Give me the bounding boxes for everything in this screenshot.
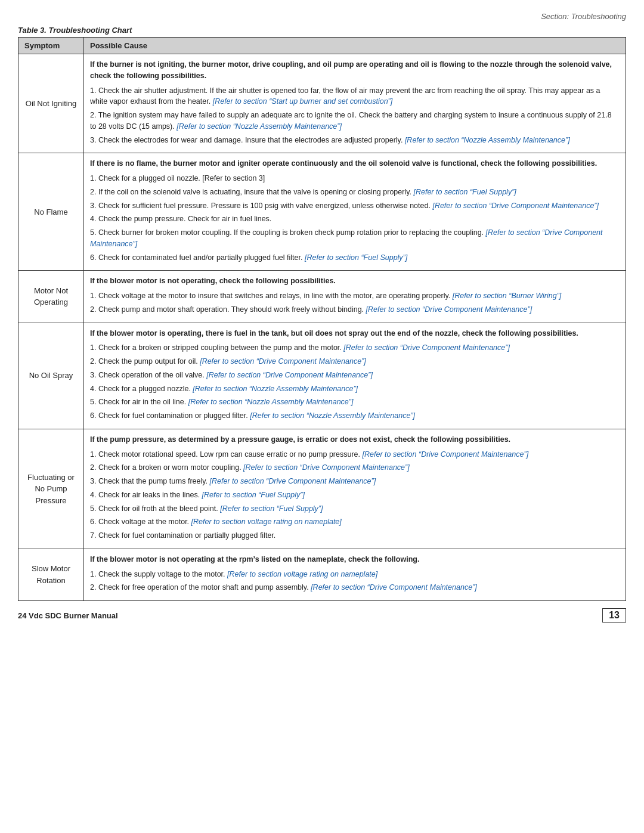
cause-item-0-0: 1. Check the air shutter adjustment. If … [90,85,620,108]
cause-item-4-6: 7. Check for fuel contamination or parti… [90,530,620,541]
ref-link-0-0: [Refer to section “Start up burner and s… [213,97,393,106]
ref-link-3-3: [Refer to section “Nozzle Assembly Maint… [193,385,358,393]
cause-item-0-2: 3. Check the electrodes for wear and dam… [90,135,620,146]
cause-item-3-3: 4. Check for a plugged nozzle. [Refer to… [90,383,620,395]
cause-item-5-0: 1. Check the supply voltage to the motor… [90,569,620,580]
ref-link-4-5: [Refer to section voltage rating on name… [191,518,342,526]
section-header: Section: Troubleshooting [18,12,626,21]
cause-cell-4: If the pump pressure, as determined by a… [84,429,626,549]
cause-item-4-3: 4. Check for air leaks in the lines. [Re… [90,490,620,501]
cause-item-0-1: 2. The ignition system may have failed t… [90,110,620,132]
footer: 24 Vdc SDC Burner Manual 13 [18,608,626,623]
ref-link-3-4: [Refer to section “Nozzle Assembly Maint… [188,398,354,406]
ref-link-0-2: [Refer to section “Nozzle Assembly Maint… [405,136,570,144]
ref-link-4-4: [Refer to section “Fuel Supply”] [220,504,323,513]
intro-1: If there is no flame, the burner motor a… [90,158,620,169]
cause-item-2-1: 2. Check pump and motor shaft operation.… [90,304,620,315]
cause-item-4-5: 6. Check voltage at the motor. [Refer to… [90,516,620,528]
table-title: Table 3. Troubleshooting Chart [18,26,626,35]
ref-link-1-4: [Refer to section “Drive Component Maint… [90,228,603,248]
cause-item-1-3: 4. Check the pump pressure. Check for ai… [90,213,620,225]
cause-item-4-4: 5. Check for oil froth at the bleed poin… [90,503,620,515]
manual-title-suffix: Burner Manual [61,611,118,620]
intro-3: If the blower motor is operating, there … [90,328,620,339]
ref-link-5-0: [Refer to section voltage rating on name… [227,570,377,578]
cause-item-3-0: 1. Check for a broken or stripped coupli… [90,342,620,354]
symptom-cell-4: Fluctuating or No Pump Pressure [18,429,84,549]
cause-item-1-0: 1. Check for a plugged oil nozzle. [Refe… [90,173,620,184]
cause-item-5-1: 2. Check for free operation of the motor… [90,582,620,593]
manual-title-bold: 24 Vdc SDC [18,611,61,620]
cause-item-4-0: 1. Check motor rotational speed. Low rpm… [90,449,620,460]
ref-link-3-5: [Refer to section “Nozzle Assembly Maint… [250,411,415,420]
cause-item-3-2: 3. Check operation of the oil valve. [Re… [90,370,620,381]
intro-5: If the blower motor is not operating at … [90,554,620,565]
ref-link-1-2: [Refer to section “Drive Component Maint… [432,202,599,210]
intro-4: If the pump pressure, as determined by a… [90,434,620,445]
col-symptom: Symptom [18,38,84,54]
ref-link-2-0: [Refer to section “Burner Wiring”] [453,292,562,300]
ref-link-1-1: [Refer to section “Fuel Supply”] [413,188,516,196]
symptom-cell-0: Oil Not Igniting [18,54,84,153]
symptom-cell-3: No Oil Spray [18,323,84,429]
ref-link-0-1: [Refer to section “Nozzle Assembly Maint… [177,122,342,131]
ref-link-3-1: [Refer to section “Drive Component Maint… [200,357,366,366]
symptom-cell-1: No Flame [18,153,84,271]
ref-link-4-2: [Refer to section “Drive Component Maint… [210,477,376,485]
cause-cell-3: If the blower motor is operating, there … [84,323,626,429]
cause-item-1-1: 2. If the coil on the solenoid valve is … [90,187,620,198]
ref-link-2-1: [Refer to section “Drive Component Maint… [366,305,532,314]
symptom-cell-5: Slow Motor Rotation [18,549,84,600]
cause-cell-1: If there is no flame, the burner motor a… [84,153,626,271]
intro-0: If the burner is not igniting, the burne… [90,59,620,82]
cause-item-1-2: 3. Check for sufficient fuel pressure. P… [90,200,620,212]
ref-link-5-1: [Refer to section “Drive Component Maint… [311,583,477,592]
ref-link-4-1: [Refer to section “Drive Component Maint… [243,463,410,472]
cause-cell-5: If the blower motor is not operating at … [84,549,626,600]
ref-link-3-0: [Refer to section “Drive Component Maint… [343,343,510,352]
cause-item-3-4: 5. Check for air in the oil line. [Refer… [90,397,620,408]
cause-item-1-4: 5. Check burner for broken motor couplin… [90,227,620,250]
symptom-cell-2: Motor Not Operating [18,271,84,323]
footer-manual: 24 Vdc SDC Burner Manual [18,611,118,620]
cause-item-3-5: 6. Check for fuel contamination or plugg… [90,410,620,422]
cause-cell-2: If the blower motor is not operating, ch… [84,271,626,323]
cause-item-1-5: 6. Check for contaminated fuel and/or pa… [90,252,620,264]
ref-link-1-5: [Refer to section “Fuel Supply”] [305,253,407,262]
cause-item-3-1: 2. Check the pump output for oil. [Refer… [90,356,620,367]
cause-item-4-1: 2. Check for a broken or worn motor coup… [90,462,620,473]
col-cause: Possible Cause [84,38,626,54]
ref-link-4-3: [Refer to section “Fuel Supply”] [202,491,305,499]
ref-link-4-0: [Refer to section “Drive Component Maint… [363,450,529,459]
cause-cell-0: If the burner is not igniting, the burne… [84,54,626,153]
cause-item-4-2: 3. Check that the pump turns freely. [Re… [90,476,620,487]
footer-page: 13 [602,608,626,623]
cause-item-2-0: 1. Check voltage at the motor to insure … [90,290,620,302]
intro-2: If the blower motor is not operating, ch… [90,275,620,287]
troubleshooting-table: Symptom Possible Cause Oil Not IgnitingI… [18,37,626,601]
ref-link-3-2: [Refer to section “Drive Component Maint… [206,371,373,379]
